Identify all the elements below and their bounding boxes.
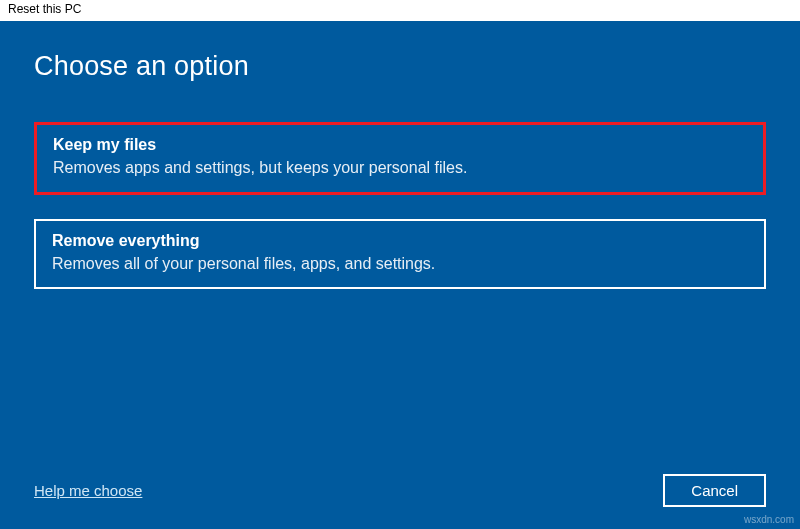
window-title: Reset this PC	[8, 2, 81, 16]
watermark: wsxdn.com	[744, 514, 794, 525]
option-description: Removes all of your personal files, apps…	[52, 253, 748, 275]
dialog-body: Choose an option Keep my files Removes a…	[0, 21, 800, 529]
option-description: Removes apps and settings, but keeps you…	[53, 157, 747, 179]
option-title: Remove everything	[52, 232, 748, 250]
help-me-choose-link[interactable]: Help me choose	[34, 482, 142, 499]
footer: Help me choose Cancel	[34, 474, 766, 507]
option-remove-everything[interactable]: Remove everything Removes all of your pe…	[34, 219, 766, 290]
page-title: Choose an option	[34, 51, 766, 82]
titlebar: Reset this PC	[0, 0, 800, 21]
cancel-button[interactable]: Cancel	[663, 474, 766, 507]
option-title: Keep my files	[53, 136, 747, 154]
option-keep-my-files[interactable]: Keep my files Removes apps and settings,…	[34, 122, 766, 195]
